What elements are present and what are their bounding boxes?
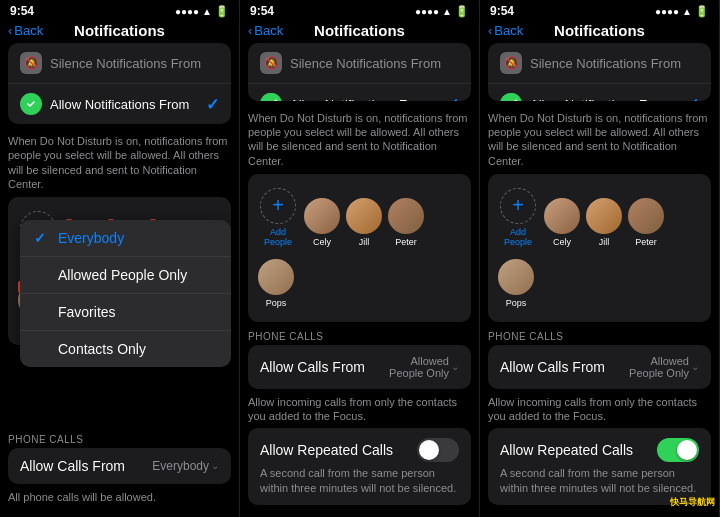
add-people-btn-3[interactable]: + Add People <box>498 188 538 247</box>
calls-value-text-1: Everybody <box>152 459 209 473</box>
page-title-1: Notifications <box>74 22 165 39</box>
people-row-2-s2: Pops <box>258 253 461 314</box>
wifi-icon: ▲ <box>202 6 212 17</box>
allow-calls-value-2: AllowedPeople Only ⌄ <box>389 355 459 379</box>
silence-option-3[interactable]: 🔕 Silence Notifications From <box>488 43 711 84</box>
person-peter-3[interactable]: Peter <box>628 198 664 247</box>
calls-chevron-3: ⌄ <box>691 361 699 372</box>
allow-option-2[interactable]: Allow Notifications From ✓ <box>248 84 471 101</box>
silence-label-3: Silence Notifications From <box>530 56 699 71</box>
silence-option-1[interactable]: 🔕 Silence Notifications From <box>8 43 231 84</box>
back-chevron-icon: ‹ <box>8 23 12 38</box>
back-button-2[interactable]: ‹ Back <box>248 23 283 38</box>
allow-calls-value-1: Everybody ⌄ <box>152 459 219 473</box>
phone-calls-section-3: PHONE CALLS <box>488 327 711 345</box>
cely-avatar-3 <box>544 198 580 234</box>
people-row-1-s3: + Add People Cely Jill Peter <box>498 182 701 253</box>
screen-2: 9:54 ●●●● ▲ 🔋 ‹ Back Notifications 🔕 Sil… <box>240 0 480 517</box>
contacts-only-label: Contacts Only <box>58 341 146 357</box>
nav-bar-3: ‹ Back Notifications <box>480 20 719 43</box>
wifi-icon-2: ▲ <box>442 6 452 17</box>
status-time-1: 9:54 <box>10 4 34 18</box>
allow-label-3: Allow Notifications From <box>530 97 686 101</box>
repeated-calls-label-3: Allow Repeated Calls <box>500 442 633 458</box>
back-label-1: Back <box>14 23 43 38</box>
repeated-calls-toggle-2[interactable] <box>417 438 459 462</box>
back-button-1[interactable]: ‹ Back <box>8 23 43 38</box>
battery-icon-2: 🔋 <box>455 5 469 18</box>
allow-option-3[interactable]: Allow Notifications From ✓ <box>488 84 711 101</box>
allow-calls-row-1[interactable]: Allow Calls From Everybody ⌄ <box>8 448 231 484</box>
allow-checkmark-3: ✓ <box>686 95 699 101</box>
repeated-calls-toggle-3[interactable] <box>657 438 699 462</box>
jill-name-2: Jill <box>359 237 370 247</box>
allow-option-1[interactable]: Allow Notifications From ✓ <box>8 84 231 124</box>
cely-name-2: Cely <box>313 237 331 247</box>
cely-avatar-2 <box>304 198 340 234</box>
wifi-icon-3: ▲ <box>682 6 692 17</box>
allow-calls-desc-1: All phone calls will be allowed. <box>8 488 231 509</box>
status-time-2: 9:54 <box>250 4 274 18</box>
calls-dropdown-1[interactable]: ✓ Everybody Allowed People Only Favorite… <box>20 220 231 367</box>
notifications-options-1: 🔕 Silence Notifications From Allow Notif… <box>8 43 231 124</box>
allow-calls-row-3[interactable]: Allow Calls From AllowedPeople Only ⌄ <box>488 345 711 389</box>
repeated-calls-row-3: Allow Repeated Calls <box>500 438 699 462</box>
signal-icon-2: ●●●● <box>415 6 439 17</box>
add-circle-icon-3: + <box>500 188 536 224</box>
calls-chevron-2: ⌄ <box>451 361 459 372</box>
allow-icon-3 <box>500 93 522 101</box>
favorites-label: Favorites <box>58 304 116 320</box>
person-pops-3[interactable]: Pops <box>498 259 534 308</box>
jill-avatar-3 <box>586 198 622 234</box>
jill-avatar-2 <box>346 198 382 234</box>
person-peter-2[interactable]: Peter <box>388 198 424 247</box>
allow-label-2: Allow Notifications From <box>290 97 446 101</box>
allow-calls-row-2[interactable]: Allow Calls From AllowedPeople Only ⌄ <box>248 345 471 389</box>
dropdown-everybody[interactable]: ✓ Everybody <box>20 220 231 257</box>
silence-option-2[interactable]: 🔕 Silence Notifications From <box>248 43 471 84</box>
person-jill-3[interactable]: Jill <box>586 198 622 247</box>
notifications-options-2: 🔕 Silence Notifications From Allow Notif… <box>248 43 471 101</box>
notifications-options-3: 🔕 Silence Notifications From Allow Notif… <box>488 43 711 101</box>
pops-name-2: Pops <box>266 298 287 308</box>
svg-point-1 <box>260 93 282 101</box>
back-chevron-icon-3: ‹ <box>488 23 492 38</box>
phone-calls-section-1: PHONE CALLS <box>8 430 231 448</box>
silence-icon-2: 🔕 <box>260 52 282 74</box>
person-pops-2[interactable]: Pops <box>258 259 294 308</box>
allow-icon-1 <box>20 93 42 115</box>
svg-point-2 <box>500 93 522 101</box>
add-circle-icon-2: + <box>260 188 296 224</box>
phone-calls-section-2: PHONE CALLS <box>248 327 471 345</box>
screen-1: 9:54 ●●●● ▲ 🔋 ‹ Back Notifications 🔕 Sil… <box>0 0 240 517</box>
back-chevron-icon-2: ‹ <box>248 23 252 38</box>
allow-icon-2 <box>260 93 282 101</box>
silence-label-1: Silence Notifications From <box>50 56 219 71</box>
screen-3: 9:54 ●●●● ▲ 🔋 ‹ Back Notifications 🔕 Sil… <box>480 0 720 517</box>
allow-calls-value-3: AllowedPeople Only ⌄ <box>629 355 699 379</box>
peter-name-2: Peter <box>395 237 417 247</box>
dropdown-allowed-only[interactable]: Allowed People Only <box>20 257 231 294</box>
person-jill-2[interactable]: Jill <box>346 198 382 247</box>
allow-label-1: Allow Notifications From <box>50 97 206 112</box>
description-3: When Do Not Disturb is on, notifications… <box>488 107 711 174</box>
nav-bar-2: ‹ Back Notifications <box>240 20 479 43</box>
jill-name-3: Jill <box>599 237 610 247</box>
back-button-3[interactable]: ‹ Back <box>488 23 523 38</box>
content-1: 🔕 Silence Notifications From Allow Notif… <box>0 43 239 517</box>
nav-bar-1: ‹ Back Notifications <box>0 20 239 43</box>
allow-calls-label-1: Allow Calls From <box>20 458 125 474</box>
person-cely-2[interactable]: Cely <box>304 198 340 247</box>
add-people-label-2: Add People <box>258 227 298 247</box>
dropdown-favorites[interactable]: Favorites <box>20 294 231 331</box>
person-cely-3[interactable]: Cely <box>544 198 580 247</box>
dropdown-contacts-only[interactable]: Contacts Only <box>20 331 231 367</box>
calls-value-text-3: AllowedPeople Only <box>629 355 689 379</box>
description-2: When Do Not Disturb is on, notifications… <box>248 107 471 174</box>
add-people-btn-2[interactable]: + Add People <box>258 188 298 247</box>
page-title-3: Notifications <box>554 22 645 39</box>
repeated-calls-desc-2: A second call from the same person withi… <box>260 466 459 495</box>
allowed-only-label: Allowed People Only <box>58 267 187 283</box>
everybody-label: Everybody <box>58 230 124 246</box>
people-row-1-s2: + Add People Cely Jill Peter <box>258 182 461 253</box>
